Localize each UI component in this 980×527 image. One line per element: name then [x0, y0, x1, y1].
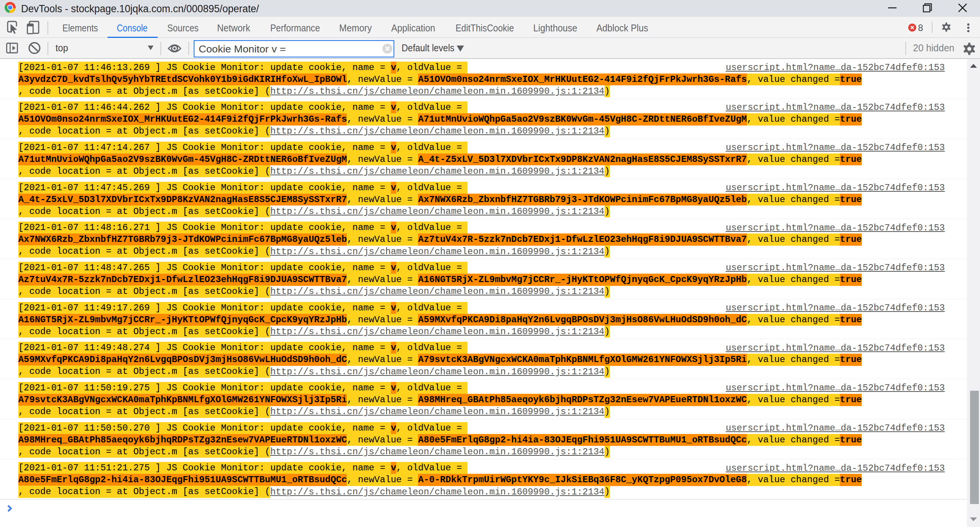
svg-text:8: 8 — [918, 23, 923, 33]
